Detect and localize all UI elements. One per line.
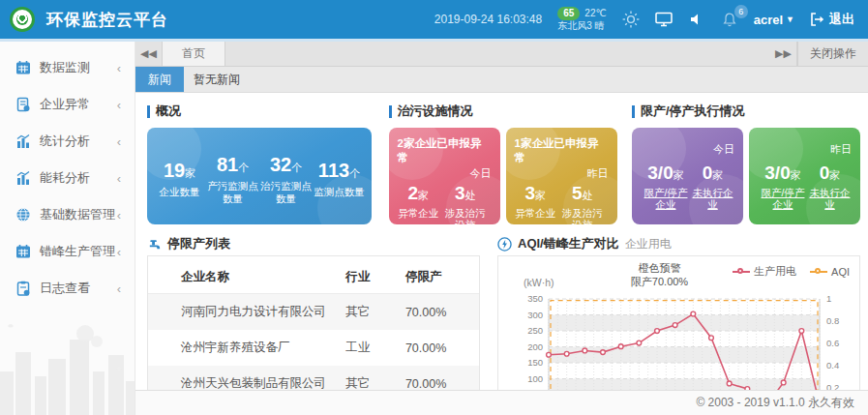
bar-chart-icon xyxy=(15,133,31,149)
tabs-scroll-right-button[interactable]: ▶▶ xyxy=(770,42,797,66)
sidebar-item-statistics[interactable]: 统计分析 ‹ xyxy=(0,123,135,160)
city-skyline-decoration xyxy=(0,318,135,415)
sidebar-item-log-view[interactable]: 日志查看 ‹ xyxy=(0,270,135,307)
limit-percent-cell: 70.00% xyxy=(400,366,479,390)
industry-cell: 其它 xyxy=(340,294,400,331)
lightning-icon xyxy=(497,237,512,252)
limit-table-box: 企业名称 行业 停限产 河南同力电力设计有限公司 其它 xyxy=(147,255,480,390)
sidebar-item-company-abnormal[interactable]: 企业异常 ‹ xyxy=(0,86,135,123)
sidebar-item-peak-production[interactable]: 错峰生产管理 ‹ xyxy=(0,233,135,270)
speaker-icon[interactable] xyxy=(688,11,705,28)
column-header: 企业名称 xyxy=(148,260,340,294)
wind: 东北风3 xyxy=(557,20,592,31)
stat-emission-points: 81个 产污监测点数量 xyxy=(206,153,259,205)
limit-list-panel: 停限产列表 企业名称 行业 停限产 xyxy=(147,232,480,390)
chevron-left-icon: ‹ xyxy=(117,208,121,222)
table-row[interactable]: 河南同力电力设计有限公司 其它 70.00% xyxy=(148,294,479,331)
svg-text:100: 100 xyxy=(527,373,543,384)
limit-percent-cell: 70.00% xyxy=(400,294,479,331)
svg-text:0.6: 0.6 xyxy=(826,338,839,348)
calendar-icon xyxy=(15,244,31,259)
legend-item-aqi[interactable]: AQI xyxy=(810,264,850,279)
column-header: 行业 xyxy=(340,260,400,294)
app-window: 环保监控云平台 2019-09-24 16:03:48 65 22℃ 东北风3 … xyxy=(0,0,868,415)
svg-text:0.8: 0.8 xyxy=(826,315,839,326)
aqi-badge: 65 xyxy=(557,7,580,20)
content-area: ◀◀ 首页 ▶▶ 关闭操作 新闻 暂无新闻 概况 19家 xyxy=(135,42,868,415)
logout-label: 退出 xyxy=(829,11,854,28)
overview-card: 19家 企业数量 81个 产污监测点数量 32个 治污监测点数量 xyxy=(147,128,372,224)
tab-spacer xyxy=(225,42,770,66)
logout-button[interactable]: 退出 xyxy=(810,11,854,28)
close-operations-button[interactable]: 关闭操作 xyxy=(797,42,868,66)
tab-home[interactable]: 首页 xyxy=(163,42,225,66)
stat-treatment-points: 32个 治污监测点数量 xyxy=(259,153,313,205)
bar-chart-icon xyxy=(15,170,31,186)
sidebar-item-label: 错峰生产管理 xyxy=(40,243,115,260)
aqi-compare-panel: AQI/错峰生产对比 企业用电 橙色预警 限产70.00% (kW·h) 生产用… xyxy=(497,232,860,390)
stat-monitor-points: 113个 监测点数量 xyxy=(313,159,366,198)
svg-text:300: 300 xyxy=(527,310,543,320)
legend-item-power[interactable]: 生产用电 xyxy=(733,264,796,279)
svg-text:1: 1 xyxy=(826,295,831,304)
industry-cell: 工业 xyxy=(340,330,400,366)
monitor-icon[interactable] xyxy=(655,11,673,28)
svg-text:250: 250 xyxy=(527,325,543,336)
section-title: 概况 xyxy=(156,103,181,120)
app-title: 环保监控云平台 xyxy=(46,9,168,31)
section-marker xyxy=(632,105,635,118)
top-header: 环保监控云平台 2019-09-24 16:03:48 65 22℃ 东北风3 … xyxy=(0,0,868,39)
section-marker xyxy=(389,105,392,118)
footer: © 2003 - 2019 v1.1.0 永久有效 xyxy=(135,390,868,415)
copyright: © 2003 - 2019 v1.1.0 永久有效 xyxy=(696,396,854,409)
column-header: 停限产 xyxy=(400,260,479,294)
sidebar-item-base-data[interactable]: 基础数据管理 ‹ xyxy=(0,196,135,233)
clipboard-icon xyxy=(15,281,31,296)
industry-cell: 其它 xyxy=(340,366,400,390)
chart-legend: 生产用电 AQI xyxy=(733,264,850,279)
chevron-left-icon: ‹ xyxy=(117,245,121,259)
section-title: 治污设施情况 xyxy=(398,103,473,120)
company-name-cell: 沧州宇新养殖设备厂 xyxy=(148,330,340,366)
weather-widget: 65 22℃ 东北风3 晴 xyxy=(557,7,606,32)
section-marker xyxy=(147,105,150,118)
section-pollution-facilities: 治污设施情况 2家企业已申报异常 今日 2家异常企业 3处涉及治污设施 xyxy=(389,103,623,224)
panel-subtitle: 企业用电 xyxy=(625,236,672,252)
sidebar-item-label: 统计分析 xyxy=(40,133,90,150)
notifications-bell-icon[interactable]: 6 xyxy=(721,11,738,28)
user-menu[interactable]: acrel ▼ xyxy=(754,13,794,27)
chart-box: 橙色预警 限产70.00% (kW·h) 生产用电 AQI 3503002502… xyxy=(497,255,860,390)
calendar-icon xyxy=(15,60,31,75)
news-label: 新闻 xyxy=(135,67,184,92)
temperature: 22℃ xyxy=(584,8,606,19)
sun-icon xyxy=(622,11,640,28)
sidebar-item-label: 基础数据管理 xyxy=(40,206,115,223)
datetime: 2019-09-24 16:03:48 xyxy=(434,13,542,26)
production-power-chart[interactable]: 35030025020015010010.80.60.40.2 xyxy=(512,295,847,390)
notification-count-badge: 6 xyxy=(734,5,748,18)
document-icon xyxy=(15,97,31,112)
section-title: 限产/停产执行情况 xyxy=(641,103,745,120)
sidebar-item-data-monitoring[interactable]: 数据监测 ‹ xyxy=(0,49,135,86)
limit-percent-cell: 70.00% xyxy=(400,330,479,366)
svg-text:150: 150 xyxy=(527,357,543,368)
stat-companies: 19家 企业数量 xyxy=(153,159,206,198)
section-overview: 概况 19家 企业数量 81个 产污监测点数量 32个 xyxy=(147,103,379,224)
table-row[interactable]: 沧州宇新养殖设备厂 工业 70.00% xyxy=(148,330,479,366)
tabs-scroll-left-button[interactable]: ◀◀ xyxy=(135,42,163,66)
panel-title: 停限产列表 xyxy=(167,235,230,252)
panel-title: AQI/错峰生产对比 xyxy=(518,235,619,252)
pollution-card-yesterday: 1家企业已申报异常 昨日 3家异常企业 5处涉及治污设施 xyxy=(506,128,617,224)
dashboard-main: 概况 19家 企业数量 81个 产污监测点数量 32个 xyxy=(135,93,868,390)
chevron-left-icon: ‹ xyxy=(117,282,121,296)
app-logo-icon xyxy=(10,7,35,32)
limit-card-yesterday: 昨日 3/0家限产/停产企业 0家未执行企业 xyxy=(749,128,860,224)
sidebar-item-energy-analysis[interactable]: 能耗分析 ‹ xyxy=(0,160,135,196)
section-production-limit: 限产/停产执行情况 今日 3/0家限产/停产企业 0家未执行企业 昨日 xyxy=(632,103,860,224)
table-row[interactable]: 沧州天兴包装制品有限公司 其它 70.00% xyxy=(148,366,479,390)
sidebar-item-label: 数据监测 xyxy=(40,59,90,76)
close-operations-label: 关闭操作 xyxy=(810,45,856,62)
svg-text:350: 350 xyxy=(527,295,543,304)
pollution-card-today: 2家企业已申报异常 今日 2家异常企业 3处涉及治污设施 xyxy=(389,128,500,224)
logout-icon xyxy=(810,13,824,26)
